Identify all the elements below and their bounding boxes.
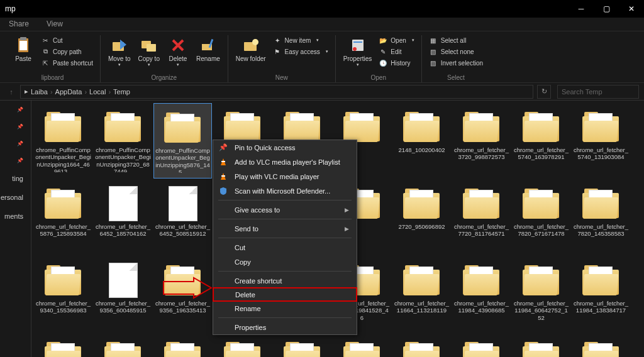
file-name: chrome_PuffinComponentUnpacker_BeginUnzi… [154, 145, 211, 173]
quick-access-item[interactable]: 📌 [17, 124, 31, 129]
sparkle-icon: ✦ [273, 36, 282, 45]
cut-button[interactable]: ✂Cut [39, 35, 95, 45]
properties-button[interactable]: Properties▾ [341, 35, 375, 69]
open-button[interactable]: 📂Open ▾ [377, 35, 416, 45]
context-menu-item[interactable]: Add to VLC media player's Playlist [213, 155, 357, 169]
file-item[interactable]: chrome_url_fetcher_11984_138384717 [572, 256, 630, 332]
delete-button[interactable]: Delete▾ [165, 35, 191, 69]
file-name: chrome_PuffinComponentUnpacker_BeginUnzi… [94, 145, 152, 172]
context-menu-item[interactable]: Give access to▶ [213, 202, 357, 217]
file-item[interactable] [213, 333, 272, 357]
invert-selection-button[interactable]: ▨Invert selection [427, 58, 485, 68]
file-item[interactable] [512, 333, 570, 357]
file-name: chrome_url_fetcher_11984_43908685 [452, 298, 511, 314]
new-item-button[interactable]: ✦New item ▾ [271, 35, 330, 45]
breadcrumb-path[interactable]: ▸ Laiba› AppData› Local› Temp [20, 85, 533, 99]
maximize-button[interactable]: ▢ [594, 0, 619, 18]
context-menu-item[interactable]: Cut [213, 240, 357, 255]
file-name: chrome_url_fetcher_5740_163978291 [512, 145, 570, 161]
quick-access-item[interactable]: ments [4, 212, 31, 220]
select-none-button[interactable]: ▧Select none [427, 47, 485, 57]
history-button[interactable]: 🕓History [377, 58, 416, 68]
file-item[interactable]: chrome_url_fetcher_7720_811764571 [452, 180, 511, 255]
file-item[interactable]: chrome_url_fetcher_5876_125893584 [34, 180, 92, 255]
svg-rect-11 [353, 41, 362, 43]
file-item[interactable]: chrome_url_fetcher_9356_600485915 [94, 256, 152, 332]
file-item[interactable]: chrome_url_fetcher_5740_131903084 [572, 103, 630, 178]
quick-access-item[interactable]: 📌 [17, 158, 31, 163]
paste-icon [14, 36, 32, 54]
file-name: chrome_url_fetcher_9356_196335413 [153, 298, 212, 314]
minimize-button[interactable]: ─ [569, 0, 594, 18]
sidebar: 📌 📌 📌 📌 ting ersonal ments [0, 101, 31, 357]
file-item[interactable]: chrome_url_fetcher_3720_998872573 [452, 103, 511, 178]
titlebar: mp ─ ▢ ✕ [0, 0, 644, 18]
file-item[interactable]: 2148_100200402 [392, 103, 451, 178]
ribbon-tabs: Share View [0, 18, 644, 31]
file-item[interactable] [273, 333, 331, 357]
rename-icon [199, 36, 217, 54]
file-item[interactable]: chrome_url_fetcher_7820_145358583 [572, 180, 630, 255]
copy-to-button[interactable]: Copy to▾ [136, 35, 162, 69]
file-item[interactable] [333, 333, 391, 357]
paste-shortcut-button[interactable]: ⇱Paste shortcut [39, 58, 95, 68]
new-folder-button[interactable]: New folder [233, 35, 269, 63]
file-item[interactable]: chrome_url_fetcher_13048_638438617 [34, 333, 92, 357]
file-item[interactable]: chrome_url_fetcher_6452_508515912 [153, 180, 212, 255]
tab-view[interactable]: View [38, 17, 72, 31]
context-menu-item[interactable]: Rename [213, 301, 357, 316]
context-menu-item[interactable]: Play with VLC media player [213, 169, 357, 184]
file-item[interactable] [153, 333, 212, 357]
edit-button[interactable]: ✎Edit [377, 47, 416, 57]
file-item[interactable]: chrome_url_fetcher_11984_60642752_152 [512, 256, 570, 332]
file-item[interactable] [572, 333, 630, 357]
context-menu-item[interactable]: Create shortcut [213, 273, 357, 288]
context-menu-item[interactable]: Delete [213, 287, 357, 302]
file-item[interactable]: chrome_url_fetcher_9340_155366983 [34, 256, 92, 332]
search-input[interactable]: Search Temp [557, 85, 639, 99]
context-menu-item[interactable]: Properties [213, 320, 357, 334]
quick-access-item[interactable]: 📌 [17, 107, 31, 113]
nav-up-button[interactable]: ↑ [5, 85, 18, 98]
file-name: chrome_url_fetcher_11664_113218119 [392, 298, 451, 314]
quick-access-item[interactable]: 📌 [17, 141, 31, 146]
context-menu-item[interactable]: Scan with Microsoft Defender... [213, 184, 357, 198]
file-item[interactable] [452, 333, 511, 357]
file-item[interactable]: chrome_url_fetcher_11984_43908685 [452, 256, 511, 332]
file-item[interactable]: chrome_PuffinComponentUnpacker_BeginUnzi… [34, 103, 92, 178]
file-item[interactable]: chrome_url_fetcher_11664_113218119 [392, 256, 451, 332]
file-name: chrome_url_fetcher_7720_811764571 [452, 221, 511, 238]
file-name: chrome_url_fetcher_7820_671671478 [512, 221, 570, 238]
path-icon: ⧉ [41, 47, 50, 56]
file-name: chrome_url_fetcher_6452_508515912 [153, 221, 212, 238]
context-menu-item[interactable]: 📌Pin to Quick access [213, 140, 357, 155]
file-name: chrome_url_fetcher_6452_185704162 [94, 221, 152, 238]
context-menu-item[interactable]: Copy [213, 255, 357, 269]
easy-access-button[interactable]: ⚑Easy access ▾ [271, 47, 330, 57]
annotation-arrow-icon [162, 277, 213, 299]
move-icon [111, 36, 128, 54]
quick-access-item[interactable]: ersonal [1, 194, 31, 201]
file-item[interactable]: chrome_PuffinComponentUnpacker_BeginUnzi… [153, 103, 212, 178]
file-item[interactable]: chrome_PuffinComponentUnpacker_BeginUnzi… [94, 103, 152, 178]
file-item[interactable]: chrome_url_fetcher_6452_185704162 [94, 180, 152, 255]
context-menu-item[interactable]: Send to▶ [213, 221, 357, 236]
file-item[interactable] [392, 333, 451, 357]
rename-button[interactable]: Rename [194, 35, 223, 63]
tab-share[interactable]: Share [0, 17, 38, 31]
scissors-icon: ✂ [41, 36, 50, 45]
svg-point-12 [353, 47, 357, 51]
quick-access-item[interactable]: ting [12, 175, 31, 182]
file-item[interactable]: 2720_950696892 [392, 180, 451, 255]
move-to-button[interactable]: Move to▾ [106, 35, 133, 69]
file-item[interactable] [94, 333, 152, 357]
open-icon: 📂 [379, 36, 387, 45]
close-button[interactable]: ✕ [619, 0, 644, 18]
copy-path-button[interactable]: ⧉Copy path [39, 47, 95, 57]
paste-button[interactable]: Paste [10, 35, 36, 63]
refresh-button[interactable]: ↻ [537, 85, 551, 99]
ribbon-select: ▦Select all ▧Select none ▨Invert selecti… [422, 35, 490, 82]
file-item[interactable]: chrome_url_fetcher_5740_163978291 [512, 103, 570, 178]
file-item[interactable]: chrome_url_fetcher_7820_671671478 [512, 180, 570, 255]
select-all-button[interactable]: ▦Select all [427, 35, 485, 45]
